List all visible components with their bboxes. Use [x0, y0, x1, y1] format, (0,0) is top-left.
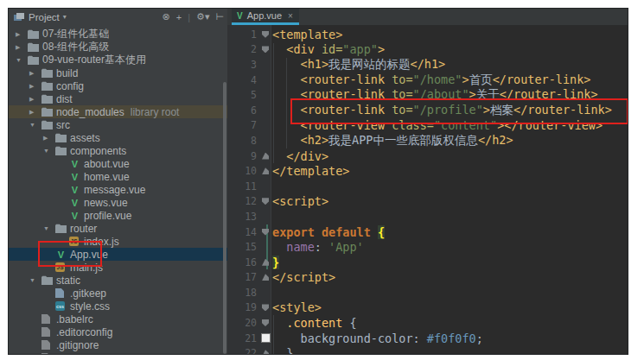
- tree-item[interactable]: ▶node_moduleslibrary root: [9, 105, 227, 118]
- line-number: 5: [227, 89, 258, 101]
- fold-up-icon[interactable]: [262, 274, 269, 281]
- fold-down-icon[interactable]: [262, 319, 269, 326]
- tree-item[interactable]: ▶assets: [9, 131, 227, 144]
- tree-item[interactable]: .gitkeep: [9, 287, 227, 300]
- code-line[interactable]: 3 <h1>我是网站的标题</h1>: [227, 57, 628, 73]
- code-line[interactable]: 1<template>: [227, 27, 628, 42]
- tree-item-label: config: [56, 80, 84, 92]
- tree-item[interactable]: ▶build: [9, 66, 227, 79]
- chevron-down-icon[interactable]: ▾: [63, 13, 67, 21]
- code-line[interactable]: 11: [227, 179, 628, 194]
- expand-arrow-icon[interactable]: ▶: [16, 31, 28, 38]
- tree-item[interactable]: cssstyle.css: [9, 300, 227, 313]
- tree-item[interactable]: Vmessage.vue: [9, 183, 227, 196]
- expand-arrow-icon[interactable]: ▼: [43, 225, 55, 231]
- tab-close-icon[interactable]: ×: [288, 11, 293, 21]
- code-line[interactable]: 9 </div>: [227, 148, 628, 164]
- project-panel-title[interactable]: Project: [29, 12, 60, 22]
- project-scrollbar[interactable]: [223, 82, 226, 354]
- fold-up-icon[interactable]: [262, 167, 269, 174]
- tree-item[interactable]: ▶07-组件化基础: [9, 28, 227, 41]
- tree-item[interactable]: Vprofile.vue: [9, 209, 227, 222]
- expand-arrow-icon[interactable]: ▼: [16, 57, 28, 63]
- expand-arrow-icon[interactable]: ▼: [29, 277, 41, 283]
- code-line[interactable]: 22 }: [227, 345, 628, 354]
- locate-icon[interactable]: ⊗: [163, 11, 170, 22]
- code-line[interactable]: 6 <router-link to="/profile">档案</router-…: [227, 103, 628, 118]
- fold-down-icon[interactable]: [262, 229, 269, 236]
- code-line[interactable]: 14export default {: [227, 224, 628, 240]
- code-line[interactable]: 19<style>: [227, 300, 628, 316]
- fold-down-icon[interactable]: [262, 46, 269, 53]
- tree-item[interactable]: ▶dist: [9, 92, 227, 105]
- code-line[interactable]: 8 <h2>我是APP中一些底部版权信息</h2>: [227, 133, 628, 148]
- expand-arrow-icon[interactable]: ▼: [43, 148, 55, 154]
- tree-item[interactable]: .editorconfig: [9, 325, 227, 338]
- code-line[interactable]: 10</template>: [227, 163, 628, 179]
- code-line[interactable]: 13: [227, 209, 628, 224]
- line-number: 8: [227, 135, 258, 147]
- fold-marker[interactable]: [258, 274, 272, 281]
- hide-panel-icon[interactable]: ⊢: [215, 11, 224, 22]
- tree-item[interactable]: VApp.vue: [9, 248, 227, 261]
- fold-up-icon[interactable]: [262, 153, 269, 160]
- code-line[interactable]: 15 name: 'App': [227, 239, 628, 255]
- tree-item[interactable]: ▼components: [9, 144, 227, 157]
- fold-marker[interactable]: [258, 319, 272, 326]
- tree-item[interactable]: ▶08-组件化高级: [9, 41, 227, 54]
- tree-item-label: index.js: [84, 236, 119, 248]
- fold-down-icon[interactable]: [262, 198, 269, 205]
- code-line[interactable]: 18: [227, 285, 628, 300]
- code-line[interactable]: 4 <router-link to="/home">首页</router-lin…: [227, 73, 628, 88]
- expand-arrow-icon[interactable]: ▶: [29, 70, 41, 77]
- tab-app-vue[interactable]: V App.vue ×: [232, 9, 299, 22]
- tree-item[interactable]: [9, 351, 227, 354]
- expand-arrow-icon[interactable]: ▶: [16, 44, 28, 51]
- fold-down-icon[interactable]: [262, 304, 269, 311]
- fold-up-icon[interactable]: [262, 259, 269, 266]
- tree-item[interactable]: ▼src: [9, 118, 227, 131]
- fold-down-icon[interactable]: [262, 31, 269, 38]
- line-number: 4: [227, 74, 258, 86]
- fold-up-icon[interactable]: [262, 350, 269, 354]
- fold-marker[interactable]: [258, 167, 272, 174]
- tree-item-label: dist: [56, 93, 73, 105]
- tree-item[interactable]: Vhome.vue: [9, 170, 227, 183]
- code-line[interactable]: 2 <div id="app">: [227, 42, 628, 58]
- fold-marker[interactable]: [258, 31, 272, 38]
- fold-marker[interactable]: [258, 259, 272, 266]
- code-line[interactable]: 7 <router-view class="content"></router-…: [227, 118, 628, 134]
- expand-arrow-icon[interactable]: ▶: [29, 96, 41, 103]
- fold-marker[interactable]: [258, 304, 272, 311]
- code-text: .content {: [272, 316, 357, 330]
- expand-arrow-icon[interactable]: ▶: [29, 109, 41, 116]
- tree-item[interactable]: ▼09-vue-router基本使用: [9, 54, 227, 66]
- tree-item[interactable]: .gitignore: [9, 338, 227, 351]
- collapse-all-icon[interactable]: +: [176, 12, 182, 22]
- tree-item[interactable]: JSindex.js: [9, 235, 227, 248]
- tree-item[interactable]: .babelrc: [9, 313, 227, 325]
- tree-item[interactable]: ▼static: [9, 274, 227, 287]
- fold-marker[interactable]: [258, 46, 272, 53]
- tree-item[interactable]: JSmain.js: [9, 261, 227, 274]
- code-area[interactable]: 1<template>2 <div id="app">3 <h1>我是网站的标题…: [227, 25, 628, 354]
- tree-item[interactable]: ▼router: [9, 222, 227, 235]
- tree-item[interactable]: ▶config: [9, 79, 227, 92]
- fold-marker[interactable]: [258, 229, 272, 236]
- fold-marker[interactable]: [258, 350, 272, 354]
- code-line[interactable]: 17</script>: [227, 270, 628, 286]
- expand-arrow-icon[interactable]: ▼: [29, 122, 41, 128]
- fold-marker[interactable]: [258, 153, 272, 160]
- code-line[interactable]: 12<script>: [227, 194, 628, 210]
- code-line[interactable]: 21 background-color: #f0f0f0;: [227, 331, 628, 346]
- fold-marker[interactable]: [258, 198, 272, 205]
- expand-arrow-icon[interactable]: ▶: [43, 135, 55, 142]
- expand-arrow-icon[interactable]: ▶: [29, 83, 41, 90]
- code-line[interactable]: 5 <router-link to="/about">关于</router-li…: [227, 87, 628, 103]
- tree-item-label: .gitignore: [56, 339, 99, 351]
- code-line[interactable]: 20 .content {: [227, 315, 628, 331]
- code-line[interactable]: 16}: [227, 255, 628, 270]
- tree-item[interactable]: Vnews.vue: [9, 196, 227, 209]
- settings-gear-icon[interactable]: ⚙▾: [196, 11, 209, 22]
- tree-item[interactable]: Vabout.vue: [9, 157, 227, 170]
